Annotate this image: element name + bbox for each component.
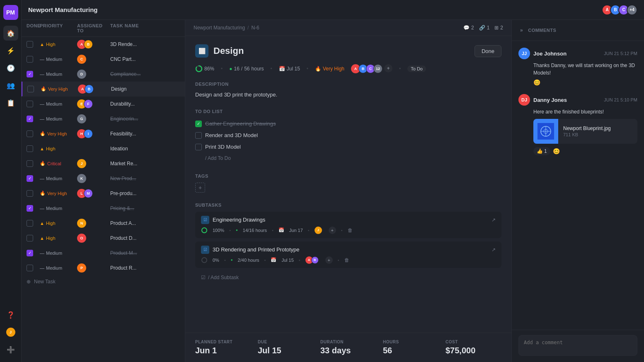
sidebar-item-activity[interactable]: ⚡ <box>3 43 18 58</box>
sidebar-item-docs[interactable]: 📋 <box>3 95 18 110</box>
sidebar-item-add[interactable]: ➕ <box>3 342 18 357</box>
subtask-progress-ring-1 <box>201 227 208 234</box>
comment-header-1: JJ Joe Johnson JUN 21 5:12 PM <box>518 48 637 59</box>
comment-text-1: Thanks Danny, we will start working on t… <box>533 62 637 77</box>
add-subtask-label: / Add Subtask <box>208 275 239 280</box>
subtask-delete-2[interactable]: 🗑 <box>344 257 349 263</box>
meta-separator-3: • <box>307 66 308 72</box>
due-meta: 📅 Jul 15 <box>279 66 300 72</box>
task-checkbox[interactable]: ✓ <box>27 116 33 122</box>
subtask-add-assignee-2[interactable]: + <box>325 256 333 264</box>
list-item: ✓ Gather Engineering Drawings <box>195 118 501 130</box>
comment-input-area <box>512 330 644 362</box>
detail-meta-icons: 💬 2 🔗 1 ⊞ 2 <box>463 25 503 31</box>
task-name: Engineerin... <box>110 116 180 122</box>
subtask-progress-1: 100% <box>213 228 224 233</box>
table-row: ✓ —Medium K New Prod... <box>22 171 185 186</box>
sidebar-item-help[interactable]: ❓ <box>3 307 18 322</box>
subtasks-section: SUBTASKS ☑ Engineering Drawings ↗ <box>195 203 501 284</box>
subtask-add-assignee-1[interactable]: + <box>329 227 336 234</box>
todo-text-3: Print 3D Model <box>205 144 241 150</box>
task-name: New Prod... <box>110 176 180 181</box>
col-done: DONE <box>27 23 40 33</box>
comment-input[interactable] <box>518 335 637 356</box>
task-checkbox[interactable] <box>27 160 33 167</box>
attachment-name: Newport Blueprint.jpg <box>563 125 611 131</box>
task-checkbox[interactable] <box>27 41 33 48</box>
add-reaction-button-1[interactable]: 😊 <box>533 79 540 86</box>
comments-header: » COMMENTS <box>512 20 644 41</box>
add-todo-button[interactable]: / Add To Do <box>195 153 501 164</box>
todo-checkbox-2[interactable] <box>195 132 202 139</box>
todo-checkbox-1[interactable]: ✓ <box>195 121 202 127</box>
subtask-title-row-2: ☑ 3D Rendering and Printed Prototype ↗ <box>201 246 496 254</box>
comment-header-2: DJ Danny Jones JUN 21 5:10 PM <box>518 94 637 106</box>
assignee-avatar: G <box>77 114 86 123</box>
task-checkbox[interactable] <box>27 86 34 92</box>
bottom-stats: PLANNED START Jun 1 DUE Jul 15 DURATION … <box>185 333 511 362</box>
task-name: Compliance... <box>110 71 180 77</box>
done-button[interactable]: Done <box>475 45 501 57</box>
add-task-button[interactable]: ⊕ New Task <box>22 275 185 288</box>
subtask-title-1[interactable]: Engineering Drawings <box>213 217 488 223</box>
attachment-thumbnail <box>533 119 558 144</box>
table-row: 🔥Critical J Market Re... <box>22 156 185 171</box>
user-avatar: J <box>6 328 15 337</box>
subtask-due-1: Jun 17 <box>289 228 303 233</box>
todo-text-2: Render and 3D Model <box>205 132 258 138</box>
comment-attachment: Newport Blueprint.jpg 711 KB <box>533 119 637 144</box>
task-title[interactable]: Design <box>213 46 470 56</box>
comment-text-2: Here are the finished blueprints! <box>533 108 637 116</box>
task-checkbox[interactable]: ✓ <box>27 71 33 77</box>
reaction-thumbsup[interactable]: 👍 1 <box>533 147 550 155</box>
comment-item: JJ Joe Johnson JUN 21 5:12 PM Thanks Dan… <box>518 48 637 86</box>
add-reaction-button-2[interactable]: 😊 <box>553 148 560 154</box>
main-content: Newport Manufacturing A B C +4 DONE PRIO… <box>22 0 644 362</box>
app-logo[interactable]: PM <box>3 5 18 20</box>
sidebar: PM 🏠 ⚡ 🕐 👥 📋 ❓ J ➕ <box>0 0 22 362</box>
table-row: —Medium P Product R... <box>22 261 185 275</box>
task-checkbox[interactable] <box>27 101 33 107</box>
assignee-avatar: LM <box>77 189 110 198</box>
add-tag-button[interactable]: + <box>195 183 205 193</box>
stat-duration: DURATION 33 days <box>320 340 376 355</box>
task-checkbox[interactable] <box>27 265 33 271</box>
todo-checkbox-3[interactable] <box>195 144 202 150</box>
task-checkbox[interactable] <box>27 130 33 137</box>
sidebar-item-time[interactable]: 🕐 <box>3 60 18 75</box>
task-checkbox[interactable] <box>27 235 33 241</box>
table-row: ✓ —Medium D Compliance... <box>22 67 185 82</box>
subtask-external-link-1[interactable]: ↗ <box>491 217 496 223</box>
task-checkbox[interactable]: ✓ <box>27 205 33 212</box>
stat-value: Jul 15 <box>258 346 314 355</box>
task-checkbox[interactable]: ✓ <box>27 250 33 256</box>
task-checkbox[interactable] <box>27 190 33 197</box>
task-name: Product D... <box>110 235 180 241</box>
link-icon: 🔗 <box>479 25 485 31</box>
task-area: DONE PRIORITY ASSIGNED TO TASK NAME ▲Hig… <box>22 20 644 362</box>
task-checkbox[interactable] <box>27 56 33 63</box>
task-name: CNC Part... <box>110 56 180 62</box>
subtask-external-link-2[interactable]: ↗ <box>491 247 496 253</box>
add-assignee-button[interactable]: + <box>384 64 392 72</box>
list-item: Print 3D Model <box>195 141 501 153</box>
table-row: 🔥Very High AB Design <box>22 82 185 97</box>
sidebar-item-user[interactable]: J <box>3 325 18 340</box>
subtask-delete-1[interactable]: 🗑 <box>348 227 353 233</box>
task-checkbox[interactable]: ✓ <box>27 175 33 182</box>
comments-title: COMMENTS <box>528 28 556 33</box>
assignee-avatar: AB <box>77 40 110 49</box>
add-subtask-button[interactable]: ☑ / Add Subtask <box>195 271 501 284</box>
subtask-title-2[interactable]: 3D Rendering and Printed Prototype <box>213 246 488 253</box>
task-checkbox[interactable] <box>27 220 33 227</box>
stat-value: 33 days <box>320 346 376 355</box>
sidebar-item-home[interactable]: 🏠 <box>3 26 18 41</box>
status-tag[interactable]: To Do <box>407 65 426 72</box>
table-row: ▲High N Product A... <box>22 216 185 231</box>
stat-value: 56 <box>383 346 439 355</box>
table-row: ▲High AB 3D Rende... <box>22 37 185 52</box>
progress-ring <box>195 65 203 72</box>
collapse-icon[interactable]: » <box>518 26 525 35</box>
sidebar-item-team[interactable]: 👥 <box>3 78 18 93</box>
task-checkbox[interactable] <box>27 145 33 152</box>
